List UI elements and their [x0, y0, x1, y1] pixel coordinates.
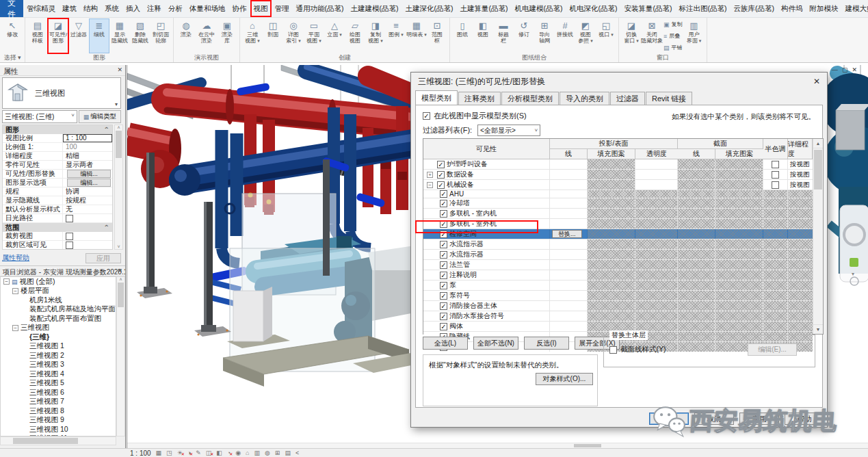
visibility-checkbox[interactable] [440, 231, 447, 238]
collapse-icon[interactable]: < [295, 449, 299, 456]
category-row-12[interactable]: 泵 [423, 280, 813, 291]
ribbon-button[interactable]: ☁在云中渲染 [196, 18, 217, 53]
properties-help-link[interactable]: 属性帮助 [2, 253, 29, 263]
property-value[interactable] [63, 241, 112, 249]
dialog-button-2[interactable]: 应用 [739, 413, 779, 425]
halftone-checkbox[interactable] [772, 161, 779, 168]
category-name-cell[interactable]: 消防接合器主体 [423, 301, 550, 311]
category-name-cell[interactable]: 水流指示器 [423, 250, 550, 259]
tree-item[interactable]: 三维视图 2 [1, 351, 116, 361]
projection-line-cell[interactable] [550, 280, 588, 290]
view-scale[interactable]: 1 : 100 [130, 449, 151, 457]
category-row-13[interactable]: 泵符号 [423, 291, 813, 301]
category-name-cell[interactable]: 泵 [423, 280, 550, 290]
tree-item[interactable]: 三维视图 7 [1, 397, 116, 407]
model-display-icon[interactable]: ▦ [156, 449, 162, 456]
property-value[interactable]: 协调 [63, 187, 112, 196]
dialog-button-0[interactable]: 确定 [649, 413, 689, 425]
menu-tab-2[interactable]: 结构 [80, 0, 101, 17]
visual-style-icon[interactable]: ◳ [166, 449, 172, 456]
project-browser-vscrollbar[interactable]: ˄ [116, 276, 125, 436]
dialog-close-icon[interactable]: ✕ [813, 77, 820, 86]
properties-scrollbar[interactable]: ˄˅ [114, 125, 123, 250]
projection-line-cell[interactable] [550, 219, 588, 228]
projection-line-cell[interactable] [550, 198, 588, 208]
constraints-icon[interactable]: ⊞ [275, 449, 280, 456]
property-value[interactable]: 100 [63, 143, 112, 151]
ribbon-button[interactable]: ⊞导向轴网 [534, 18, 555, 53]
tree-item[interactable]: 装配式机房基础及地沟平面布置图 [1, 305, 116, 315]
object-styles-button[interactable]: 对象样式(O)... [536, 373, 593, 385]
category-row-14[interactable]: 消防接合器主体 [423, 301, 813, 311]
category-name-cell[interactable]: 检修空间 [423, 229, 550, 239]
dialog-tab-2[interactable]: 分析模型类别 [501, 92, 559, 105]
menu-tab-20[interactable]: 构件坞 [778, 0, 806, 17]
type-dropdown-icon[interactable]: ▾ [115, 101, 118, 107]
ribbon-button[interactable]: ▤视图样板 [27, 18, 48, 53]
category-name-cell[interactable]: 护理呼叫设备 [423, 159, 550, 169]
tree-item[interactable]: −楼层平面 [1, 287, 116, 296]
ribbon-button[interactable]: ▭平面视图 ▾ [304, 18, 324, 53]
property-value[interactable] [63, 214, 112, 222]
category-row-10[interactable]: 法兰管 [423, 260, 813, 270]
tree-item[interactable]: 装配式机房平面布置图 [1, 314, 116, 324]
edit-button[interactable]: 编辑... [67, 179, 111, 187]
displace-icon[interactable]: ▤ [285, 449, 291, 456]
ribbon-button[interactable]: ▦明细表 ▾ [406, 18, 427, 53]
property-checkbox[interactable] [66, 233, 73, 240]
temporary-view-icon[interactable]: ▥ [254, 449, 260, 456]
cut-line-styles-row[interactable]: 截面线样式(Y) [609, 345, 666, 354]
visibility-checkbox[interactable] [440, 323, 447, 330]
ribbon-button[interactable]: ↺修订 [514, 18, 534, 53]
ribbon-button[interactable]: #拼接线 [555, 18, 575, 53]
ribbon-button[interactable]: ▽过滤器 [68, 18, 89, 53]
category-name-cell[interactable]: 注释说明 [423, 270, 550, 280]
dialog-button-3[interactable]: 帮助 [785, 413, 824, 425]
visibility-checkbox[interactable] [440, 282, 447, 289]
dialog-tab-1[interactable]: 注释类别 [458, 92, 501, 105]
view-type-dropdown[interactable]: 三维视图: (三维)˅ [2, 110, 77, 123]
close-view-icon[interactable]: ✕ [852, 66, 861, 73]
tree-item[interactable]: 三维视图 10 [1, 425, 116, 434]
restore-icon[interactable]: ▢ [842, 66, 852, 73]
select-button-1[interactable]: 全部不选(N) [473, 337, 518, 350]
category-name-cell[interactable]: 泵符号 [423, 291, 550, 300]
ribbon-button[interactable]: ⌂三维视图 ▾ [242, 18, 263, 53]
detail-level-cell[interactable]: 按视图 [788, 170, 813, 179]
category-row-1[interactable]: +数据设备按视图 [423, 170, 813, 180]
projection-line-cell[interactable] [550, 159, 588, 169]
category-name-cell[interactable]: 消防水泵接合符号 [423, 311, 550, 321]
category-row-9[interactable]: 水流指示器 [423, 250, 813, 260]
property-checkbox[interactable] [66, 215, 73, 222]
property-value[interactable]: 编辑... [63, 170, 112, 178]
property-value[interactable]: 显示两者 [63, 161, 112, 169]
projection-line-cell[interactable] [550, 170, 588, 179]
ribbon-button[interactable]: ⊠关闭隐藏对象 [642, 18, 662, 53]
ribbon-button[interactable]: ▦显示隐藏线 [109, 18, 130, 53]
crop-region-icon[interactable]: ◧ [216, 449, 222, 456]
ribbon-button[interactable]: ≡图例 ▾ [386, 18, 406, 53]
menu-tab-6[interactable]: 分析 [165, 0, 186, 17]
menu-tab-3[interactable]: 系统 [101, 0, 122, 17]
ribbon-button[interactable]: ◍渲染 [176, 18, 196, 53]
dialog-tab-4[interactable]: 过滤器 [610, 92, 645, 105]
category-table-scrollbar[interactable]: ▲ ▼ [813, 139, 823, 334]
category-name-cell[interactable]: 法兰管 [423, 260, 550, 270]
ribbon-button[interactable]: ◰剖切面轮廓 [150, 18, 171, 53]
halftone-checkbox[interactable] [772, 171, 779, 179]
category-name-cell[interactable]: 多联机 - 室外机 [423, 219, 550, 228]
override-button[interactable]: 替换... [552, 230, 582, 238]
properties-close-icon[interactable]: ✕ [117, 66, 122, 73]
ribbon-button-small[interactable]: ≡层叠 [663, 32, 683, 40]
projection-line-cell[interactable] [550, 239, 588, 249]
menu-tab-16[interactable]: 机电深化(品茗) [566, 0, 621, 17]
visibility-checkbox[interactable] [440, 313, 447, 320]
property-value[interactable]: 无 [63, 205, 112, 213]
menu-tab-5[interactable]: 注释 [144, 0, 165, 17]
shadows-icon[interactable]: ◑ [187, 449, 191, 456]
edit-button[interactable]: 编辑... [67, 170, 111, 178]
category-row-6[interactable]: 多联机 - 室外机 [423, 219, 813, 229]
viewport-hscrollbar[interactable] [127, 443, 868, 448]
projection-line-cell[interactable] [550, 322, 588, 331]
select-button-2[interactable]: 反选(I) [524, 337, 569, 350]
